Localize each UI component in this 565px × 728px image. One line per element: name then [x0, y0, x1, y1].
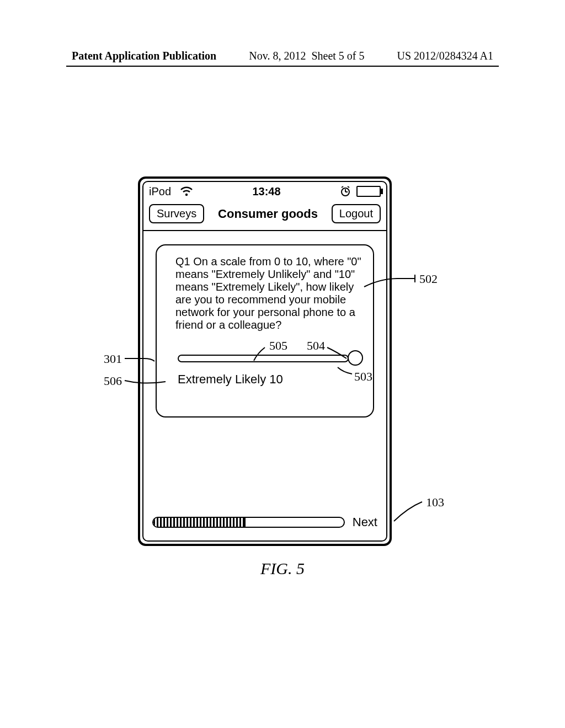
battery-icon — [356, 186, 381, 197]
publication-date: Nov. 8, 2012 — [249, 50, 306, 62]
device-screen: iPod 13:48 — [142, 181, 387, 542]
publication-label: Patent Application Publication — [72, 50, 216, 62]
publication-date-sheet: Nov. 8, 2012 Sheet 5 of 5 — [249, 50, 364, 62]
status-bar: iPod 13:48 — [143, 182, 386, 201]
nav-bar: Surveys Consumer goods Logout — [143, 201, 386, 231]
device-frame: iPod 13:48 — [138, 176, 392, 546]
back-button[interactable]: Surveys — [149, 204, 204, 223]
slider-thumb[interactable] — [348, 350, 363, 366]
page-title: Consumer goods — [218, 207, 318, 221]
svg-line-5 — [342, 186, 343, 188]
question-text: Q1 On a scale from 0 to 10, where "0" me… — [175, 255, 365, 331]
callout-502: 502 — [419, 272, 438, 286]
clock-time: 13:48 — [193, 185, 340, 198]
callout-301: 301 — [104, 352, 122, 366]
logout-button[interactable]: Logout — [332, 204, 381, 223]
answer-slider[interactable] — [178, 354, 363, 365]
slider-track[interactable] — [178, 355, 349, 362]
footer-row: Next — [152, 515, 377, 529]
wifi-icon — [180, 186, 193, 196]
callout-103: 103 — [426, 495, 444, 510]
alarm-icon — [340, 186, 351, 197]
docket-number: US 2012/0284324 A1 — [397, 50, 493, 62]
page-header: Patent Application Publication Nov. 8, 2… — [0, 0, 565, 62]
callout-506: 506 — [104, 374, 122, 388]
progress-fill — [153, 518, 246, 527]
question-card: Q1 On a scale from 0 to 10, where "0" me… — [156, 244, 374, 417]
figure-caption: FIG. 5 — [0, 559, 565, 578]
header-rule — [66, 66, 499, 67]
sheet-number: Sheet 5 of 5 — [311, 50, 364, 62]
carrier-label: iPod — [149, 185, 171, 198]
slider-value-label: Extremely Likely 10 — [178, 372, 365, 387]
svg-point-1 — [185, 194, 188, 196]
progress-bar — [152, 517, 345, 528]
svg-line-6 — [348, 186, 349, 188]
next-button[interactable]: Next — [353, 515, 377, 529]
